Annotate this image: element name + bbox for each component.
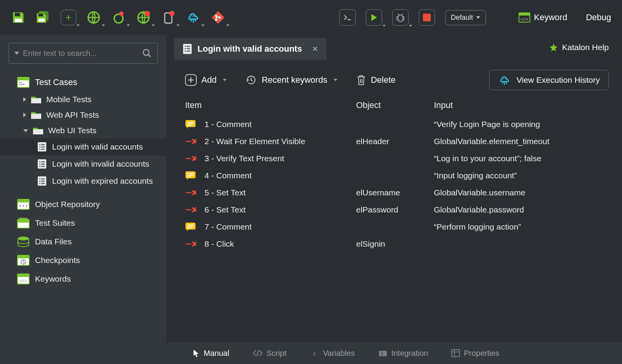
git-icon[interactable] xyxy=(211,10,225,25)
tree-item-login-valid[interactable]: Login with valid accounts xyxy=(0,138,166,155)
debug-button[interactable]: Debug xyxy=(586,12,611,23)
cell-item: 4 - Comment xyxy=(204,171,356,180)
svg-rect-17 xyxy=(423,14,431,21)
help-link[interactable]: Katalon Help xyxy=(549,43,622,52)
svg-rect-42 xyxy=(41,166,45,167)
testcase-icon xyxy=(183,44,192,54)
svg-text:x: x xyxy=(313,350,316,357)
new-item-button[interactable] xyxy=(61,10,76,25)
svg-rect-66 xyxy=(185,46,186,47)
section-data-files[interactable]: Data Files xyxy=(0,232,166,251)
section-object-repository[interactable]: Object Repository xyxy=(0,195,166,214)
table-row[interactable]: 3 - Verify Text Present“Log in to your a… xyxy=(185,150,609,167)
table-header: Item Object Input xyxy=(185,100,609,116)
history-icon xyxy=(245,74,257,86)
bottom-tab-variables[interactable]: x Variables xyxy=(310,349,355,358)
section-test-suites[interactable]: Test Suites xyxy=(0,214,166,232)
svg-rect-86 xyxy=(187,228,191,228)
device-record-icon[interactable] xyxy=(161,10,176,25)
cell-input: “Perform logging action” xyxy=(434,222,609,232)
table-row[interactable]: 6 - Set TextelPasswordGlobalVariable.pas… xyxy=(185,201,609,218)
cell-item: 7 - Comment xyxy=(204,222,356,232)
folder-icon xyxy=(31,111,42,119)
terminal-button[interactable] xyxy=(339,9,356,26)
globe-record-icon[interactable] xyxy=(136,10,151,25)
svg-rect-33 xyxy=(41,146,45,148)
cell-input: GlobalVariable.element_timeout xyxy=(434,137,609,146)
bottom-tab-manual[interactable]: Manual xyxy=(193,349,229,358)
svg-rect-49 xyxy=(41,183,45,184)
tree-item-login-invalid[interactable]: Login with invalid accounts xyxy=(0,155,166,172)
cloud-icon[interactable] xyxy=(186,10,201,25)
search-icon[interactable] xyxy=(142,48,152,58)
cell-input: “Log in to your account”; false xyxy=(434,154,609,163)
sidebar: Test Cases Mobile Tests Web API Tests We… xyxy=(0,35,166,364)
svg-point-54 xyxy=(26,205,27,207)
fail-icon xyxy=(185,138,204,145)
add-button[interactable]: Add xyxy=(185,74,227,86)
tree-folder-webui[interactable]: Web UI Tests xyxy=(0,123,166,138)
stop-button[interactable] xyxy=(419,9,435,26)
tab-active[interactable]: Login with valid accounts ✕ xyxy=(174,38,327,60)
svg-text:</>: </> xyxy=(20,279,27,283)
save-all-icon[interactable] xyxy=(36,10,51,25)
svg-rect-32 xyxy=(39,146,40,148)
table-row[interactable]: 4 - Comment“Input logging account” xyxy=(185,167,609,184)
globe-pin-icon[interactable] xyxy=(111,10,126,25)
tree-item-login-expired[interactable]: Login with expired accounts xyxy=(0,172,166,190)
table-row[interactable]: 8 - ClickelSignin xyxy=(185,235,609,253)
folder-open-icon xyxy=(33,126,44,135)
svg-rect-88 xyxy=(379,351,387,356)
keywords-icon: </> xyxy=(17,273,30,284)
cell-object: elSignin xyxy=(356,239,434,249)
svg-rect-46 xyxy=(39,181,40,182)
view-execution-history-button[interactable]: View Execution History xyxy=(489,70,609,90)
object-repo-icon xyxy=(17,199,30,210)
svg-rect-2 xyxy=(38,14,43,17)
delete-button[interactable]: Delete xyxy=(356,74,396,86)
globe-icon[interactable] xyxy=(86,10,101,25)
keyword-button[interactable]: </> Keyword xyxy=(519,12,568,23)
table-row[interactable]: 7 - Comment“Perform logging action” xyxy=(185,218,609,235)
table-row[interactable]: 1 - Comment“Verify Login Page is opening xyxy=(185,116,609,133)
svg-rect-60 xyxy=(17,255,29,258)
bottom-tab-script[interactable]: Script xyxy=(253,349,287,358)
save-icon[interactable] xyxy=(11,10,26,25)
tree-folder-webapi[interactable]: Web API Tests xyxy=(0,107,166,123)
main-area: Login with valid accounts ✕ Katalon Help… xyxy=(166,35,622,364)
search-input[interactable] xyxy=(23,49,138,58)
bottom-tab-integration[interactable]: Integration xyxy=(378,349,428,358)
svg-point-21 xyxy=(143,49,149,55)
svg-rect-45 xyxy=(41,178,45,179)
tab-close-icon[interactable]: ✕ xyxy=(312,45,318,53)
table-row[interactable]: 5 - Set TextelUsernameGlobalVariable.use… xyxy=(185,184,609,201)
cell-item: 2 - Wait For Element Visible xyxy=(204,137,356,146)
search-box[interactable] xyxy=(9,43,158,64)
profile-dropdown[interactable]: Default xyxy=(445,10,486,25)
code-icon xyxy=(253,350,263,357)
section-checkpoints[interactable]: Checkpoints xyxy=(0,251,166,270)
cell-item: 1 - Comment xyxy=(204,120,356,129)
svg-rect-68 xyxy=(185,48,186,49)
cell-input: “Verify Login Page is opening xyxy=(434,120,609,129)
svg-rect-63 xyxy=(17,274,29,277)
cell-input: GlobalVariable.username xyxy=(434,188,609,197)
svg-rect-47 xyxy=(41,181,45,182)
debug-bug-button[interactable] xyxy=(392,9,409,26)
fail-icon xyxy=(185,240,204,247)
run-button[interactable] xyxy=(366,9,382,26)
cell-object: elHeader xyxy=(356,137,434,146)
svg-rect-26 xyxy=(31,98,41,103)
tree-folder-mobile[interactable]: Mobile Tests xyxy=(0,92,166,107)
section-keywords[interactable]: </> Keywords xyxy=(0,270,166,288)
search-filter-dropdown-icon[interactable] xyxy=(14,52,19,55)
svg-rect-44 xyxy=(39,178,40,179)
svg-point-6 xyxy=(119,11,123,16)
svg-point-12 xyxy=(194,15,195,17)
table-row[interactable]: 2 - Wait For Element VisibleelHeaderGlob… xyxy=(185,133,609,150)
recent-keywords-button[interactable]: Recent keywords xyxy=(245,74,337,86)
bottom-tab-properties[interactable]: Properties xyxy=(451,349,499,358)
tree-test-cases[interactable]: Test Cases xyxy=(0,73,166,92)
svg-point-58 xyxy=(18,237,29,240)
svg-rect-39 xyxy=(39,164,40,165)
